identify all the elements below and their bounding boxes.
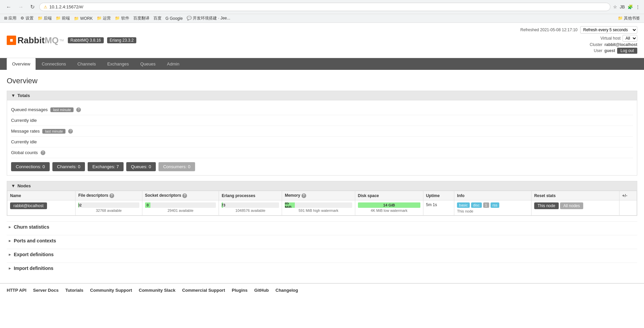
tab-queues[interactable]: Queues <box>135 58 161 70</box>
badge-rss[interactable]: rss <box>491 202 500 208</box>
uptime-cell: 5m 1s <box>423 200 454 216</box>
user-label: User <box>594 48 602 53</box>
bookmark-settings[interactable]: ⚙ 设置 <box>20 15 33 21</box>
tab-exchanges[interactable]: Exchanges <box>102 58 134 70</box>
bookmark-baidu[interactable]: 百度 <box>153 15 162 21</box>
queued-messages-badge[interactable]: last minute <box>50 107 74 112</box>
bookmark-backend[interactable]: 📁 后端 <box>38 15 52 21</box>
badge-num[interactable]: 1 <box>483 202 489 208</box>
queues-stat-label: Queues: <box>131 164 147 169</box>
footer-commercial-support[interactable]: Commercial Support <box>182 288 225 293</box>
exchanges-stat-btn[interactable]: Exchanges: 7 <box>88 162 124 171</box>
channels-stat-label: Channels: <box>57 164 77 169</box>
col-erlang-processes: Erlang processes <box>219 191 282 200</box>
all-nodes-reset-btn[interactable]: All nodes <box>560 202 583 209</box>
back-button[interactable]: ← <box>4 3 13 11</box>
node-name-button[interactable]: rabbit@localhost <box>10 202 47 209</box>
export-definitions-label: Export definitions <box>14 252 54 257</box>
bookmark-ops[interactable]: 📁 运营 <box>97 15 111 21</box>
memory-watermark: 591 MiB high watermark <box>285 208 352 213</box>
badge-basic[interactable]: basic <box>457 202 470 208</box>
file-desc-help-icon[interactable]: ? <box>109 193 114 198</box>
nodes-table: Name File descriptors ? Socket descripto… <box>7 191 637 216</box>
disk-watermark: 4K MiB low watermark <box>358 208 420 213</box>
extensions-icon[interactable]: 🧩 <box>628 4 633 9</box>
virtual-host-select[interactable]: All <box>623 35 637 42</box>
this-node-reset-btn[interactable]: This node <box>534 202 559 209</box>
footer-tutorials[interactable]: Tutorials <box>65 288 83 293</box>
footer-changelog[interactable]: Changelog <box>276 288 298 293</box>
totals-section-header[interactable]: ▼ Totals <box>7 91 637 100</box>
exchanges-stat-label: Exchanges: <box>92 164 115 169</box>
uptime-value: 5m 1s <box>426 202 437 207</box>
bookmark-frontend[interactable]: 📁 前端 <box>56 15 70 21</box>
consumers-stat-btn[interactable]: Consumers: 0 <box>158 162 195 171</box>
nodes-section-header[interactable]: ▼ Nodes <box>7 181 637 191</box>
refresh-interval-select[interactable]: Refresh every 5 seconds Refresh every 10… <box>580 26 637 34</box>
bookmark-baidu-translate[interactable]: 百度翻译 <box>133 15 149 21</box>
churn-statistics-arrow: ► <box>8 225 12 229</box>
erlang-proc-progress-wrap: 373 <box>222 202 279 208</box>
ports-contexts-header[interactable]: ► Ports and contexts <box>7 235 637 246</box>
profile-icon[interactable]: JB <box>620 4 625 9</box>
consumers-stat-label: Consumers: <box>163 164 187 169</box>
tab-overview[interactable]: Overview <box>7 58 36 70</box>
bookmark-other[interactable]: 📁 其他书签 <box>618 15 640 21</box>
user-value: guest <box>604 48 615 53</box>
tab-connections[interactable]: Connections <box>36 58 71 70</box>
bookmark-work[interactable]: 📁 WORK <box>74 15 93 21</box>
memory-cell: 85 MiB 591 MiB high watermark <box>282 200 355 216</box>
footer-plugins[interactable]: Plugins <box>232 288 247 293</box>
bookmark-google[interactable]: G Google <box>166 15 183 21</box>
memory-progress-wrap: 85 MiB <box>285 202 352 208</box>
cluster-value: rabbit@localhost <box>604 42 637 47</box>
churn-statistics-label: Churn statistics <box>14 224 49 230</box>
bookmark-apps[interactable]: ⊞ 应用 <box>4 15 16 21</box>
socket-desc-help-icon[interactable]: ? <box>182 193 187 198</box>
queued-messages-help-icon[interactable]: ? <box>76 107 81 112</box>
import-definitions-header[interactable]: ► Import definitions <box>7 263 637 274</box>
message-rates-row: Message rates last minute ? <box>11 126 633 137</box>
memory-help-icon[interactable]: ? <box>302 193 306 198</box>
footer-community-support[interactable]: Community Support <box>90 288 132 293</box>
memory-progress-bar: 85 MiB <box>285 202 295 208</box>
tab-channels[interactable]: Channels <box>72 58 101 70</box>
queues-stat-btn[interactable]: Queues: 0 <box>126 162 156 171</box>
footer-http-api[interactable]: HTTP API <box>7 288 27 293</box>
bookmark-dev[interactable]: 💬 开发环境搭建 · Jee... <box>187 15 230 21</box>
export-definitions-header[interactable]: ► Export definitions <box>7 249 637 260</box>
reload-button[interactable]: ↻ <box>28 3 37 11</box>
logo-area: ■ Rabbit MQ TM RabbitMQ 3.8.16 Erlang 23… <box>7 35 136 46</box>
message-rates-badge[interactable]: last minute <box>42 129 65 134</box>
nodes-collapse-arrow: ▼ <box>11 183 15 188</box>
connections-stat-btn[interactable]: Connections: 0 <box>11 162 50 171</box>
consumers-stat-value: 0 <box>188 164 190 169</box>
channels-stat-btn[interactable]: Channels: 0 <box>52 162 85 171</box>
footer-github[interactable]: GitHub <box>254 288 269 293</box>
disk-progress-bar: 14 GiB <box>358 202 420 208</box>
plusminus-cell <box>619 200 637 216</box>
address-bar[interactable]: ⚠ 10.1.2.4:15672/#/ <box>39 3 610 11</box>
badge-disc[interactable]: disc <box>471 202 482 208</box>
file-desc-progress-bar: 102 <box>78 202 79 208</box>
churn-statistics-header[interactable]: ► Churn statistics <box>7 221 637 232</box>
refreshed-timestamp: Refreshed 2021-05-08 12:17:10 <box>520 28 578 32</box>
footer-community-slack[interactable]: Community Slack <box>139 288 175 293</box>
bookmark-star-icon[interactable]: ☆ <box>613 4 617 9</box>
socket-desc-available: 29401 available <box>145 208 216 213</box>
col-plusminus: +/- <box>619 191 637 200</box>
forward-button[interactable]: → <box>16 3 26 11</box>
logo-rabbit: Rabbit <box>17 35 45 46</box>
column-toggle[interactable]: +/- <box>622 193 628 198</box>
col-uptime: Uptime <box>423 191 454 200</box>
bookmark-software[interactable]: 📁 软件 <box>115 15 129 21</box>
tab-admin[interactable]: Admin <box>162 58 185 70</box>
footer-server-docs[interactable]: Server Docs <box>33 288 59 293</box>
menu-icon[interactable]: ⋮ <box>636 4 640 9</box>
ports-contexts-section: ► Ports and contexts <box>7 235 637 246</box>
col-memory: Memory ? <box>282 191 355 200</box>
socket-desc-progress-bar: 0 <box>145 202 150 208</box>
global-counts-help-icon[interactable]: ? <box>41 150 45 155</box>
message-rates-help-icon[interactable]: ? <box>68 129 73 134</box>
logout-button[interactable]: Log out <box>617 48 637 54</box>
